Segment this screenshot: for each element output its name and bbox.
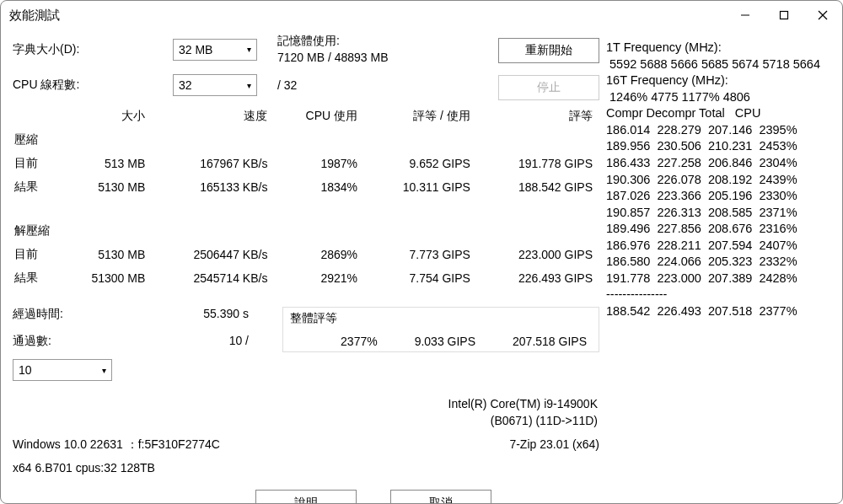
table-row: 結果 51300 MB 2545714 KB/s 2921% 7.754 GIP… xyxy=(13,266,599,290)
cpu-threads-value: 32 xyxy=(179,78,192,92)
overall-label: 整體評等 xyxy=(290,311,592,326)
col-cpu: CPU 使用 xyxy=(274,105,364,128)
stop-button: 停止 xyxy=(498,75,599,100)
maximize-icon xyxy=(779,10,789,20)
passes-value: 10 / xyxy=(164,334,282,347)
window-controls xyxy=(726,1,842,29)
col-rating: 評等 xyxy=(477,105,599,128)
thread-total: / 32 xyxy=(267,78,297,92)
cpu-threads-select[interactable]: 32 ▾ xyxy=(173,74,257,96)
main-panel: 重新開始 停止 字典大小(D): 32 MB ▾ 記憶體使用: 7120 MB … xyxy=(13,33,599,504)
close-button[interactable] xyxy=(803,1,842,29)
chevron-down-icon: ▾ xyxy=(247,45,251,54)
total-cpu: 2377% xyxy=(341,335,378,348)
passes-label: 通過數: xyxy=(13,334,164,349)
elapsed-label: 經過時間: xyxy=(13,307,164,322)
minimize-button[interactable] xyxy=(726,1,765,29)
mem-usage-title: 記憶體使用: xyxy=(277,33,389,50)
dict-size-label: 字典大小(D): xyxy=(13,42,173,57)
window-title: 效能測試 xyxy=(9,8,726,24)
table-row: 目前 5130 MB 2506447 KB/s 2869% 7.773 GIPS… xyxy=(13,243,599,266)
help-button[interactable]: 說明 xyxy=(255,490,357,504)
dict-size-select[interactable]: 32 MB ▾ xyxy=(173,39,257,61)
passes-select[interactable]: 10 ▾ xyxy=(13,359,112,381)
total-ru: 9.033 GIPS xyxy=(415,335,475,348)
svg-rect-1 xyxy=(781,12,788,19)
cpu-info: Intel(R) Core(TM) i9-14900K (B0671) (11D… xyxy=(13,396,599,429)
dict-size-value: 32 MB xyxy=(179,43,212,56)
total-rating: 207.518 GIPS xyxy=(513,335,587,348)
close-icon xyxy=(818,10,828,20)
cancel-button[interactable]: 取消 xyxy=(390,490,491,504)
mem-usage-value: 7120 MB / 48893 MB xyxy=(277,50,389,67)
benchmark-table: 大小 速度 CPU 使用 評等 / 使用 評等 壓縮 目前 513 MB 167… xyxy=(13,105,599,290)
compress-section: 壓縮 xyxy=(13,128,599,152)
title-bar: 效能測試 xyxy=(1,1,842,29)
restart-button[interactable]: 重新開始 xyxy=(498,38,599,63)
table-row: 目前 513 MB 167967 KB/s 1987% 9.652 GIPS 1… xyxy=(13,152,599,175)
log-panel: 1T Frequency (MHz): 5592 5688 5666 5685 … xyxy=(599,33,830,504)
maximize-button[interactable] xyxy=(765,1,803,29)
elapsed-value: 55.390 s xyxy=(164,307,282,320)
col-rating-use: 評等 / 使用 xyxy=(364,105,477,128)
chevron-down-icon: ▾ xyxy=(247,81,251,90)
cpu-threads-label: CPU 線程數: xyxy=(13,78,173,93)
app-info: 7-Zip 23.01 (x64) xyxy=(509,437,599,453)
table-row: 結果 5130 MB 165133 KB/s 1834% 10.311 GIPS… xyxy=(13,175,599,199)
totals-box: 整體評等 2377% 9.033 GIPS 207.518 GIPS xyxy=(282,307,599,352)
os-info: Windows 10.0 22631 ：f:5F310F2774C xyxy=(13,437,220,453)
chevron-down-icon: ▾ xyxy=(102,366,106,375)
table-header-row: 大小 速度 CPU 使用 評等 / 使用 評等 xyxy=(13,105,599,128)
col-speed: 速度 xyxy=(152,105,274,128)
passes-select-value: 10 xyxy=(19,363,32,377)
arch-info: x64 6.B701 cpus:32 128TB xyxy=(13,461,599,475)
minimize-icon xyxy=(740,10,750,20)
col-size: 大小 xyxy=(59,105,152,128)
decompress-section: 解壓縮 xyxy=(13,219,599,243)
